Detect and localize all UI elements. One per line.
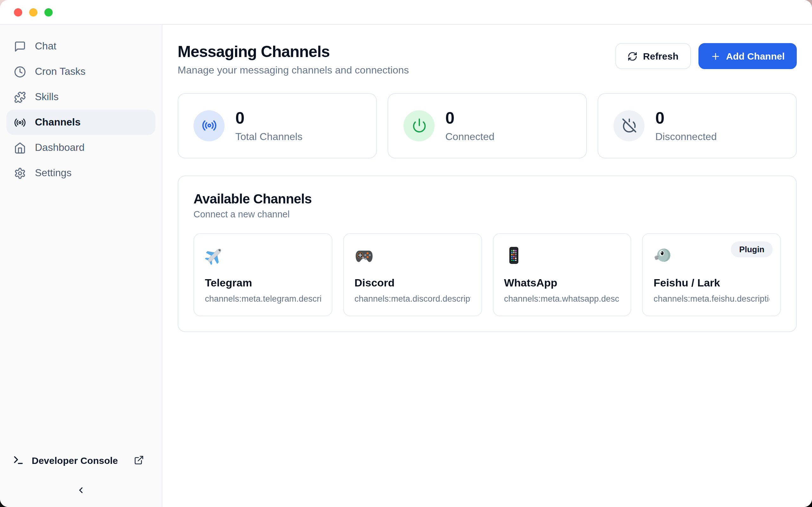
stat-label: Connected <box>445 131 495 142</box>
stat-icon-circle <box>194 110 224 141</box>
panel-subtitle: Connect a new channel <box>194 209 781 219</box>
sidebar-item-label: Channels <box>35 117 81 128</box>
sidebar-footer: Developer Console <box>0 447 162 507</box>
clock-icon <box>14 66 26 78</box>
sidebar: Chat Cron Tasks Skills Channels <box>0 25 162 507</box>
close-window-button[interactable] <box>14 8 22 16</box>
gear-icon <box>14 167 26 179</box>
power-off-icon <box>621 118 637 133</box>
main-content: Messaging Channels Manage your messaging… <box>162 25 812 507</box>
terminal-icon <box>13 454 24 466</box>
page-header: Messaging Channels Manage your messaging… <box>177 42 797 76</box>
airplane-emoji <box>205 245 224 265</box>
channel-card-discord[interactable]: Discord channels:meta.discord.descriptio <box>343 233 482 316</box>
broadcast-icon <box>14 116 26 128</box>
bird-emoji <box>654 245 673 265</box>
game-controller-emoji <box>355 245 374 265</box>
sidebar-item-chat[interactable]: Chat <box>6 34 155 59</box>
stat-card-total-channels: 0 Total Channels <box>177 93 377 158</box>
home-icon <box>14 142 26 154</box>
minimize-window-button[interactable] <box>29 8 38 16</box>
channel-name: Discord <box>355 277 471 289</box>
stat-value: 0 <box>235 109 303 127</box>
stat-label: Disconnected <box>655 131 717 142</box>
stat-value: 0 <box>655 109 717 127</box>
sidebar-collapse-button[interactable] <box>70 482 92 501</box>
power-icon <box>411 118 426 133</box>
zoom-window-button[interactable] <box>44 8 53 16</box>
developer-console-link[interactable]: Developer Console <box>0 447 162 473</box>
broadcast-icon <box>201 118 217 133</box>
puzzle-icon <box>14 91 26 103</box>
channel-description: channels:meta.feishu.description <box>654 294 770 303</box>
traffic-lights <box>14 8 53 16</box>
channel-name: WhatsApp <box>504 277 620 289</box>
add-channel-button[interactable]: Add Channel <box>698 43 797 69</box>
sidebar-item-label: Dashboard <box>35 142 85 153</box>
channel-description: channels:meta.whatsapp.descrip <box>504 294 620 303</box>
sidebar-item-cron-tasks[interactable]: Cron Tasks <box>6 59 155 84</box>
stat-icon-circle <box>613 110 645 141</box>
page-title: Messaging Channels <box>177 42 409 61</box>
channel-name: Feishu / Lark <box>654 277 770 289</box>
stat-value: 0 <box>445 109 495 127</box>
sidebar-item-label: Cron Tasks <box>35 66 85 77</box>
external-link-icon <box>134 455 144 465</box>
sidebar-item-label: Settings <box>35 167 72 179</box>
channel-card-whatsapp[interactable]: WhatsApp channels:meta.whatsapp.descrip <box>493 233 631 316</box>
plus-icon <box>710 51 720 61</box>
mobile-phone-emoji <box>504 245 523 265</box>
plugin-badge: Plugin <box>731 241 773 257</box>
app-window: Chat Cron Tasks Skills Channels <box>0 0 812 507</box>
available-channels-panel: Available Channels Connect a new channel <box>177 175 797 332</box>
sidebar-item-label: Skills <box>35 91 59 103</box>
refresh-icon <box>627 51 637 61</box>
channel-grid: Telegram channels:meta.telegram.descript <box>194 233 781 316</box>
page-subtitle: Manage your messaging channels and conne… <box>177 65 409 76</box>
panel-title: Available Channels <box>194 191 781 206</box>
channel-card-feishu[interactable]: Plugin Feishu / Lark <box>642 233 781 316</box>
chevron-left-icon <box>76 486 86 495</box>
stat-label: Total Channels <box>235 131 303 142</box>
sidebar-item-dashboard[interactable]: Dashboard <box>6 135 155 160</box>
developer-console-label: Developer Console <box>32 455 118 465</box>
channel-name: Telegram <box>205 277 321 289</box>
refresh-button[interactable]: Refresh <box>615 43 691 69</box>
title-bar <box>0 0 812 25</box>
sidebar-item-channels[interactable]: Channels <box>6 110 155 135</box>
sidebar-nav: Chat Cron Tasks Skills Channels <box>0 25 162 447</box>
sidebar-item-skills[interactable]: Skills <box>6 84 155 110</box>
stat-card-disconnected: 0 Disconnected <box>598 93 797 158</box>
stat-card-connected: 0 Connected <box>388 93 587 158</box>
channel-card-telegram[interactable]: Telegram channels:meta.telegram.descript <box>194 233 333 316</box>
chat-bubble-icon <box>14 40 26 52</box>
stat-icon-circle <box>403 110 435 141</box>
add-channel-button-label: Add Channel <box>726 51 785 61</box>
sidebar-item-label: Chat <box>35 41 56 52</box>
sidebar-item-settings[interactable]: Settings <box>6 160 155 186</box>
channel-description: channels:meta.telegram.descript <box>205 294 321 303</box>
stats-row: 0 Total Channels 0 Connected <box>177 93 797 158</box>
refresh-button-label: Refresh <box>643 51 678 61</box>
channel-description: channels:meta.discord.descriptio <box>355 294 471 303</box>
